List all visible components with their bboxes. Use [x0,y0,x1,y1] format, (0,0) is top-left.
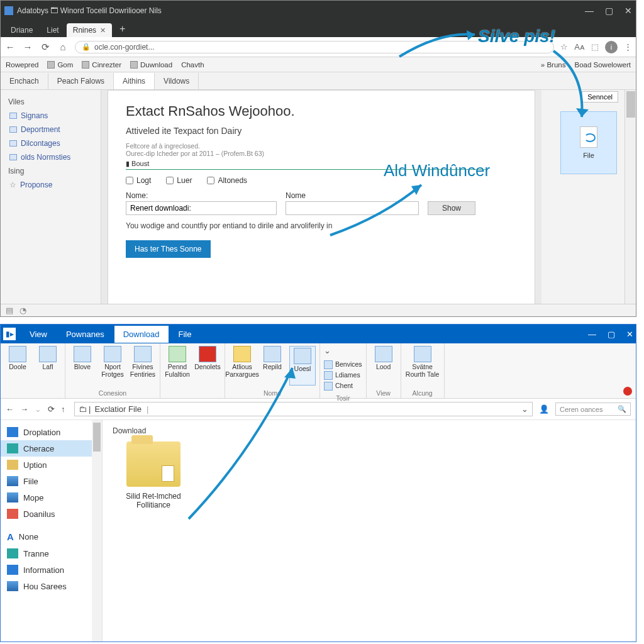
ribbon-tab[interactable]: Pownanes [57,326,113,343]
profile-avatar[interactable]: i [605,41,618,53]
ribbon-button[interactable]: Blove [69,346,96,386]
sidebar-item[interactable]: Doanilus› [1,506,102,522]
page-tab[interactable]: Peach Falows [48,73,114,89]
sidebar-item[interactable]: Fiile [1,473,102,489]
ribbon-icon [375,346,392,362]
list-row[interactable]: ▮ Boust [126,158,488,170]
close-icon[interactable] [623,387,632,396]
ribbon: Doole Lafl Blove Nport Frotges Fivines F… [1,343,636,399]
sidebar-favorite[interactable]: Proponse [4,178,97,192]
ribbon-tab[interactable]: File [170,326,201,343]
sidebar-item[interactable]: Signans [4,109,97,123]
ribbon-tab[interactable]: View [21,326,56,343]
sidebar-item[interactable]: Mope [1,489,102,506]
ribbon-button[interactable]: Repild [259,346,286,386]
ribbon-button[interactable]: Svätne Rourth Tale [405,346,440,386]
name-input-1[interactable] [126,201,277,215]
file-card[interactable]: File [560,111,617,174]
reload-button[interactable]: ⟳ [48,404,55,414]
minimize-button[interactable]: — [588,330,596,339]
bookmark[interactable]: Chavth [181,61,204,69]
ribbon-button[interactable]: Denolets [194,346,221,386]
address-field[interactable]: 🔒 ocle.con-gordiet... [75,41,554,53]
scrollbar[interactable] [92,420,102,641]
ribbon-button[interactable]: Fivines Fentiries [130,346,156,386]
kebab-menu-icon[interactable]: ⋮ [624,42,632,52]
bookmark[interactable]: Boad Sowelowert [575,61,631,69]
home-button[interactable]: ⌂ [57,42,69,52]
maximize-button[interactable]: ▢ [608,330,615,339]
checkbox-logt[interactable]: Logt [126,176,151,185]
scrollbar-thumb[interactable] [93,423,101,452]
sidebar-item[interactable]: ANone [1,528,102,545]
ribbon-button[interactable]: Lafl [35,346,61,386]
ribbon-button[interactable]: Ldiames [324,371,362,380]
breadcrumb[interactable]: Download [113,426,626,435]
chevron-down-icon[interactable]: ⌄ [521,404,528,414]
menu-item[interactable]: Liet [40,23,65,37]
forward-button[interactable]: → [20,404,28,414]
sidebar-item[interactable]: Information› [1,562,102,578]
folder-icon [7,460,18,470]
ribbon-button[interactable]: Lood [370,346,397,386]
ribbon-button[interactable]: Benvices [324,360,362,369]
page-tab[interactable]: Vildows [155,73,199,89]
sidebar-item[interactable]: Hou Sarees› [1,578,102,594]
sidebar-item[interactable]: Deportment [4,123,97,136]
bookmark[interactable]: Duwnload [130,61,172,69]
ribbon-button[interactable]: Pennd Fulaltion [164,346,191,386]
ribbon-button-selected[interactable]: Uoesl [289,346,316,386]
close-tab-icon[interactable]: ✕ [100,26,106,35]
bookmark[interactable]: Gom [47,61,73,69]
sidebar-item-selected[interactable]: Cherace [1,440,102,457]
app-icon: ▮▸ [3,328,16,340]
folder-item[interactable]: Silid Ret-lmched Follitiance [113,441,194,510]
user-icon[interactable]: 👤 [539,404,549,414]
sidebar-item[interactable]: olds Normsties [4,150,97,164]
status-icon[interactable]: ▤ [6,306,13,315]
text-icon: A [7,531,14,542]
close-button[interactable]: ✕ [626,330,633,339]
scrollbar[interactable] [625,90,636,305]
sidebar-item[interactable]: Uption› [1,457,102,473]
tab-label: Rnines [73,26,96,35]
star-icon[interactable]: ☆ [560,42,568,52]
address-field[interactable]: 🗀 | Exclatior File | ⌄ [74,402,533,416]
name-input-2[interactable] [286,201,419,215]
show-button[interactable]: Show [428,201,475,215]
page-tab[interactable]: Enchach [1,73,48,89]
search-box[interactable]: Ceren oances 🔍 [555,402,631,416]
bookmark[interactable]: » Bruns [541,61,566,69]
font-icon[interactable]: Aᴀ [574,42,585,52]
scrollbar-thumb[interactable] [626,91,635,118]
checkbox-altoneds[interactable]: Altoneds [207,176,247,185]
forward-button[interactable]: → [22,42,33,52]
sidebar-item[interactable]: Droplation [1,424,102,440]
ribbon-button[interactable]: Atlious Parxargues [229,346,255,386]
menu-item[interactable]: Driane [4,23,39,37]
tab-active[interactable]: Rnines ✕ [67,23,112,37]
maximize-button[interactable]: ▢ [605,6,613,16]
bookmark[interactable]: Rowepred [6,61,38,69]
new-tab-button[interactable]: + [113,21,131,37]
up-button[interactable]: ↑ [61,404,65,414]
sidebar-item[interactable]: Dilcontages [4,136,97,150]
primary-button[interactable]: Has ter Thes Sonne [126,240,211,258]
back-button[interactable]: ← [4,42,16,52]
status-icon[interactable]: ◔ [19,306,26,315]
sidebar-item[interactable]: Tranne [1,545,102,562]
checkbox-luer[interactable]: Luer [166,176,192,185]
page-tab-active[interactable]: Aithins [114,73,155,89]
ribbon-button[interactable]: Doole [4,346,31,386]
ribbon-button[interactable]: Nport Frotges [99,346,126,386]
close-button[interactable]: ✕ [625,6,632,16]
reload-button[interactable]: ⟳ [40,42,51,53]
ext-icon[interactable]: ⬚ [591,42,599,52]
ribbon-tab-active[interactable]: Download [114,326,169,343]
panel-button[interactable]: Senncel [582,91,618,103]
ribbon-group-label: Conesion [65,388,160,398]
bookmark[interactable]: Cinrezter [82,61,121,69]
minimize-button[interactable]: — [585,6,594,16]
ribbon-button[interactable]: Chent [324,382,362,391]
back-button[interactable]: ← [6,404,14,414]
